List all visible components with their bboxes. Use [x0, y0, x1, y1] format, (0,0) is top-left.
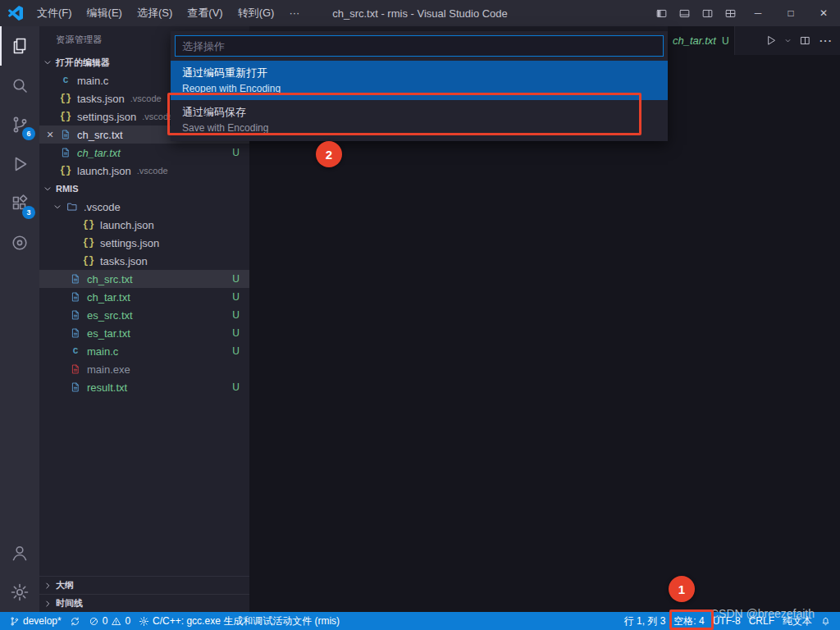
- open-editors-label: 打开的编辑器: [56, 57, 110, 69]
- maximize-button[interactable]: □: [774, 0, 807, 26]
- file-label: ch_src.txt: [87, 273, 133, 285]
- tree-item-ch-tar-txt[interactable]: ch_tar.txt U: [39, 288, 249, 306]
- timeline-label: 时间线: [56, 597, 83, 609]
- file-label: launch.json: [77, 165, 131, 177]
- vscode-logo-icon: [8, 6, 23, 21]
- run-dropdown-button[interactable]: [781, 30, 794, 52]
- file-label: main.exe: [87, 363, 130, 376]
- file-label: tasks.json: [100, 255, 148, 267]
- extensions-badge: 3: [22, 206, 35, 219]
- file-label: ch_tar.txt: [87, 291, 130, 304]
- untracked-badge: U: [232, 345, 240, 357]
- annotation-step-2: 2: [316, 141, 342, 167]
- tree-item-es-src-txt[interactable]: es_src.txt U: [39, 306, 249, 324]
- chevron-down-icon: [51, 200, 64, 213]
- tree-item-result-txt[interactable]: result.txt U: [39, 378, 249, 396]
- activity-bar-bottom: [0, 533, 39, 612]
- titlebar: 文件(F) 编辑(E) 选择(S) 查看(V) 转到(G) ··· ch_src…: [0, 0, 840, 26]
- split-editor-button[interactable]: [794, 30, 815, 52]
- activitybar-search[interactable]: [0, 66, 39, 105]
- tree-item-ch-src-txt[interactable]: ch_src.txt U: [39, 270, 249, 288]
- notifications-button[interactable]: [816, 612, 835, 630]
- annotation-step-1: 1: [669, 576, 695, 602]
- tree-item-main-c[interactable]: C main.c U: [39, 342, 249, 360]
- folder-label: .vscode: [84, 201, 121, 213]
- txt-file-icon: [69, 290, 82, 304]
- menu-selection[interactable]: 选择(S): [130, 0, 180, 26]
- open-editor-launch-json[interactable]: {} launch.json .vscode: [39, 162, 249, 180]
- problems-status[interactable]: 0 0: [84, 612, 135, 630]
- timeline-pane-header[interactable]: 时间线: [39, 594, 249, 612]
- build-task-status[interactable]: C/C++: gcc.exe 生成和调试活动文件 (rmis): [135, 612, 344, 630]
- activitybar-run-debug[interactable]: [0, 144, 39, 184]
- json-file-icon: {}: [59, 164, 72, 177]
- cursor-position-status[interactable]: 行 1, 列 3: [620, 612, 670, 630]
- file-label: ch_tar.txt: [77, 147, 121, 159]
- json-file-icon: {}: [59, 110, 72, 123]
- activitybar-explorer[interactable]: [0, 26, 39, 66]
- branch-status[interactable]: develop*: [5, 612, 66, 630]
- errors-icon: [89, 616, 99, 627]
- activitybar-extension-view[interactable]: [0, 223, 39, 262]
- accounts-button[interactable]: [0, 533, 39, 573]
- run-button[interactable]: [760, 30, 781, 52]
- file-desc: .vscode: [137, 166, 168, 176]
- tab-untracked-badge: U: [722, 35, 729, 47]
- play-icon: [765, 34, 777, 47]
- tree-folder-vscode[interactable]: .vscode: [39, 198, 249, 216]
- chevron-down-icon: [41, 56, 54, 69]
- chevron-right-icon: [41, 597, 54, 610]
- sync-status[interactable]: [66, 612, 84, 630]
- toggle-secondary-sidebar-icon[interactable]: [696, 0, 719, 26]
- circle-extension-icon: [10, 233, 30, 253]
- file-label: result.txt: [87, 381, 127, 394]
- tree-item-launch-json[interactable]: {} launch.json: [39, 216, 249, 234]
- txt-file-icon: [69, 308, 82, 322]
- tools-icon: [139, 616, 149, 627]
- tab-ch-tar-txt[interactable]: ch_tar.txt U: [668, 26, 735, 55]
- customize-layout-icon[interactable]: [719, 0, 742, 26]
- editor-actions: ···: [760, 26, 837, 55]
- settings-button[interactable]: [0, 573, 39, 612]
- c-file-icon: C: [69, 345, 82, 358]
- file-label: main.c: [77, 75, 108, 87]
- open-editor-ch-tar-txt[interactable]: ch_tar.txt U: [39, 144, 249, 162]
- menu-view[interactable]: 查看(V): [180, 0, 230, 26]
- close-button[interactable]: ✕: [807, 0, 840, 26]
- outline-pane-header[interactable]: 大纲: [39, 576, 249, 594]
- minimize-button[interactable]: ─: [742, 0, 774, 26]
- account-icon: [10, 543, 30, 563]
- json-file-icon: {}: [82, 218, 95, 231]
- tree-item-es-tar-txt[interactable]: es_tar.txt U: [39, 324, 249, 342]
- run-debug-icon: [10, 154, 30, 174]
- menu-goto[interactable]: 转到(G): [231, 0, 282, 26]
- tree-item-main-exe[interactable]: main.exe: [39, 360, 249, 378]
- toggle-panel-icon[interactable]: [673, 0, 696, 26]
- root-folder-label: RMIS: [56, 184, 79, 194]
- json-file-icon: {}: [82, 236, 95, 249]
- close-icon[interactable]: ✕: [44, 129, 56, 140]
- activitybar-source-control[interactable]: 6: [0, 105, 39, 144]
- scm-badge: 6: [22, 127, 35, 140]
- search-icon: [10, 75, 30, 95]
- bell-icon: [820, 616, 831, 627]
- outline-label: 大纲: [56, 579, 74, 591]
- folder-icon: [66, 200, 79, 213]
- toggle-primary-sidebar-icon[interactable]: [650, 0, 673, 26]
- tree-item-settings-json[interactable]: {} settings.json: [39, 234, 249, 252]
- quick-pick-input[interactable]: [182, 40, 656, 52]
- tree-item-tasks-json[interactable]: {} tasks.json: [39, 252, 249, 270]
- menu-file[interactable]: 文件(F): [30, 0, 80, 26]
- error-count: 0: [103, 615, 108, 627]
- activitybar-extensions[interactable]: 3: [0, 184, 39, 223]
- file-label: ch_src.txt: [77, 129, 123, 141]
- gear-icon: [10, 582, 30, 602]
- warnings-icon: [111, 616, 121, 627]
- menu-edit[interactable]: 编辑(E): [80, 0, 130, 26]
- untracked-badge: U: [232, 291, 240, 303]
- untracked-badge: U: [232, 273, 240, 285]
- menu-more[interactable]: ···: [281, 0, 307, 26]
- editor-more-actions-button[interactable]: ···: [815, 30, 837, 52]
- file-desc: .vscode: [130, 94, 162, 103]
- explorer-root-header[interactable]: RMIS: [39, 180, 249, 198]
